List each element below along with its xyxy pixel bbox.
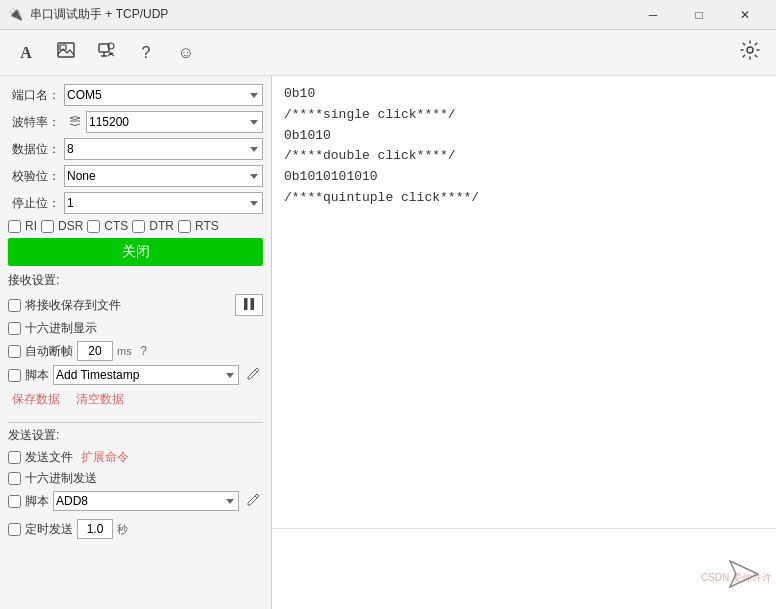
ms-label: ms: [117, 345, 132, 357]
save-file-checkbox[interactable]: [8, 299, 21, 312]
timer-label[interactable]: 定时发送: [8, 521, 73, 538]
signal-row: RI DSR CTS DTR RTS: [8, 219, 263, 233]
hex-send-row: 十六进制发送: [8, 470, 263, 487]
pause-icon: [243, 297, 255, 314]
title-text: 串口调试助手 + TCP/UDP: [30, 6, 630, 23]
timer-input[interactable]: [77, 519, 113, 539]
databits-select[interactable]: 8: [64, 138, 263, 160]
svg-marker-9: [730, 561, 758, 587]
autodiscont-help-button[interactable]: ?: [136, 343, 152, 359]
send-script-label[interactable]: 脚本: [25, 493, 49, 510]
autodiscont-row: 自动断帧 ms ?: [8, 341, 263, 361]
ri-checkbox[interactable]: [8, 220, 21, 233]
databits-label: 数据位：: [8, 141, 60, 158]
recv-line: /****quintuple click****/: [284, 188, 764, 209]
autodiscont-input[interactable]: [77, 341, 113, 361]
main-container: 端口名： COM5 波特率： 115200 数据位： 8: [0, 76, 776, 609]
send-script-edit-button[interactable]: [243, 491, 263, 511]
ri-label[interactable]: RI: [25, 219, 37, 233]
parity-row: 校验位： None: [8, 165, 263, 187]
svg-point-6: [747, 47, 753, 53]
settings-button[interactable]: [732, 35, 768, 71]
settings-icon: [740, 40, 760, 65]
send-options: 发送文件 扩展命令 十六进制发送: [8, 449, 263, 487]
timer-checkbox[interactable]: [8, 523, 21, 536]
sec-label: 秒: [117, 522, 128, 537]
title-bar: 🔌 串口调试助手 + TCP/UDP ─ □ ✕: [0, 0, 776, 30]
recv-display: 0b10/****single click****/0b1010/****dou…: [272, 76, 776, 528]
rts-checkbox[interactable]: [178, 220, 191, 233]
stopbits-select[interactable]: 1: [64, 192, 263, 214]
hex-send-checkbox[interactable]: [8, 472, 21, 485]
save-file-row: 将接收保存到文件: [8, 294, 263, 316]
dsr-label[interactable]: DSR: [58, 219, 83, 233]
cts-checkbox[interactable]: [87, 220, 100, 233]
recv-script-select[interactable]: Add Timestamp: [53, 365, 239, 385]
window-controls: ─ □ ✕: [630, 0, 768, 30]
close-button[interactable]: ✕: [722, 0, 768, 30]
font-button[interactable]: A: [8, 35, 44, 71]
stopbits-row: 停止位： 1: [8, 192, 263, 214]
save-file-label[interactable]: 将接收保存到文件: [8, 297, 121, 314]
edit-icon: [246, 367, 260, 384]
expand-cmd-button[interactable]: 扩展命令: [77, 449, 133, 466]
maximize-button[interactable]: □: [676, 0, 722, 30]
send-file-checkbox[interactable]: [8, 451, 21, 464]
stopbits-label: 停止位：: [8, 195, 60, 212]
parity-select[interactable]: None: [64, 165, 263, 187]
send-file-label[interactable]: 发送文件: [8, 449, 73, 466]
device-button[interactable]: [88, 35, 124, 71]
image-button[interactable]: [48, 35, 84, 71]
port-row: 端口名： COM5: [8, 84, 263, 106]
send-area: [272, 529, 776, 609]
help-button[interactable]: ?: [128, 35, 164, 71]
svg-rect-8: [251, 298, 255, 310]
pause-button[interactable]: [235, 294, 263, 316]
recv-line: 0b1010: [284, 126, 764, 147]
dtr-label[interactable]: DTR: [149, 219, 174, 233]
send-edit-icon: [246, 493, 260, 510]
close-port-button[interactable]: 关闭: [8, 238, 263, 266]
timer-row: 定时发送 秒: [8, 519, 263, 539]
parity-label: 校验位：: [8, 168, 60, 185]
cts-label[interactable]: CTS: [104, 219, 128, 233]
clear-data-button[interactable]: 清空数据: [72, 389, 128, 410]
dtr-checkbox[interactable]: [132, 220, 145, 233]
font-icon: A: [20, 44, 32, 62]
databits-row: 数据位： 8: [8, 138, 263, 160]
rts-label[interactable]: RTS: [195, 219, 219, 233]
recv-script-checkbox[interactable]: [8, 369, 21, 382]
data-buttons: 保存数据 清空数据: [8, 389, 263, 410]
baud-select[interactable]: 115200: [86, 111, 263, 133]
dsr-checkbox[interactable]: [41, 220, 54, 233]
port-label: 端口名：: [8, 87, 60, 104]
autodiscont-label[interactable]: 自动断帧: [25, 343, 73, 360]
image-icon: [56, 40, 76, 65]
hex-display-checkbox[interactable]: [8, 322, 21, 335]
send-textarea[interactable]: [272, 529, 776, 609]
hex-send-label[interactable]: 十六进制发送: [8, 470, 97, 487]
autodiscont-checkbox[interactable]: [8, 345, 21, 358]
save-data-button[interactable]: 保存数据: [8, 389, 64, 410]
script-row: 脚本 Add Timestamp: [8, 365, 263, 385]
send-section-title: 发送设置:: [8, 427, 263, 444]
app-icon: 🔌: [8, 7, 24, 23]
recv-line: 0b1010101010: [284, 167, 764, 188]
send-button[interactable]: [724, 557, 764, 593]
minimize-button[interactable]: ─: [630, 0, 676, 30]
recv-line: /****double click****/: [284, 146, 764, 167]
port-select[interactable]: COM5: [64, 84, 263, 106]
help-icon: ?: [142, 44, 151, 62]
send-script-select[interactable]: ADD8: [53, 491, 239, 511]
recv-script-label[interactable]: 脚本: [25, 367, 49, 384]
recv-line: 0b10: [284, 84, 764, 105]
device-icon: [96, 40, 116, 65]
toolbar: A ? ☺: [0, 30, 776, 76]
send-script-checkbox[interactable]: [8, 495, 21, 508]
recv-line: /****single click****/: [284, 105, 764, 126]
send-arrow-icon: [726, 559, 762, 592]
recv-script-edit-button[interactable]: [243, 365, 263, 385]
hex-display-row: 十六进制显示: [8, 320, 263, 337]
hex-display-label[interactable]: 十六进制显示: [8, 320, 97, 337]
emoji-button[interactable]: ☺: [168, 35, 204, 71]
